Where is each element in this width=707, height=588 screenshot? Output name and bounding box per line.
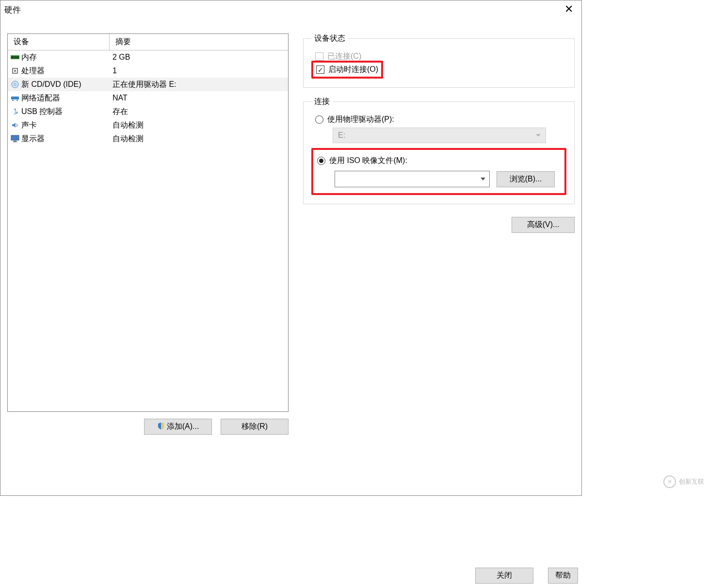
chevron-down-icon[interactable] <box>477 171 489 187</box>
device-row[interactable]: 网络适配器NAT <box>8 91 288 105</box>
shield-icon <box>157 422 165 432</box>
connected-checkbox <box>315 52 323 61</box>
svg-rect-9 <box>11 97 19 99</box>
device-name: 内存 <box>21 52 37 63</box>
physical-drive-radio[interactable] <box>315 115 323 124</box>
iso-radio[interactable] <box>317 157 325 165</box>
svg-rect-3 <box>16 56 16 58</box>
device-name: 新 CD/DVD (IDE) <box>21 80 81 90</box>
connected-checkbox-row: 已连接(C) <box>311 51 566 62</box>
right-column: 设备状态 已连接(C) ✓ 启动时连接(O) 连接 使用物理驱动器(P): <box>303 33 575 490</box>
device-name: 网络适配器 <box>21 93 60 103</box>
device-summary: 2 GB <box>110 53 288 62</box>
help-button[interactable]: 帮助 <box>548 568 578 584</box>
iso-path-combo[interactable] <box>335 171 490 187</box>
usb-icon <box>11 107 19 116</box>
device-list: 设备 摘要 内存2 GB处理器1新 CD/DVD (IDE)正在使用驱动器 E:… <box>7 33 289 412</box>
connected-label: 已连接(C) <box>327 51 361 62</box>
connection-legend: 连接 <box>311 97 333 107</box>
device-list-buttons: 添加(A)... 移除(R) <box>7 419 289 435</box>
memory-icon <box>11 53 19 62</box>
device-summary: 存在 <box>110 107 288 117</box>
connect-at-power-on-checkbox[interactable]: ✓ <box>316 65 324 74</box>
physical-drive-radio-row[interactable]: 使用物理驱动器(P): <box>311 114 566 125</box>
device-status-group: 设备状态 已连接(C) ✓ 启动时连接(O) <box>303 33 575 88</box>
window-title: 硬件 <box>4 4 21 16</box>
left-column: 设备 摘要 内存2 GB处理器1新 CD/DVD (IDE)正在使用驱动器 E:… <box>7 33 289 490</box>
remove-button[interactable]: 移除(R) <box>221 419 289 435</box>
connect-at-power-on-highlight: ✓ 启动时连接(O) <box>311 61 383 79</box>
device-summary: 1 <box>110 66 288 75</box>
watermark-logo-icon: ✕ <box>663 475 676 488</box>
device-row[interactable]: 新 CD/DVD (IDE)正在使用驱动器 E: <box>8 78 288 91</box>
physical-drive-combo: E: <box>333 128 546 143</box>
dialog-button-bar: 关闭 帮助 <box>0 563 582 588</box>
advanced-button-label: 高级(V)... <box>527 220 560 230</box>
device-name: USB 控制器 <box>21 107 63 117</box>
svg-rect-1 <box>12 56 13 58</box>
physical-drive-value: E: <box>338 131 345 140</box>
physical-drive-label: 使用物理驱动器(P): <box>327 114 394 125</box>
connect-at-power-on-label: 启动时连接(O) <box>328 65 378 75</box>
svg-rect-10 <box>12 100 14 101</box>
close-button[interactable]: 关闭 <box>475 568 533 584</box>
svg-rect-4 <box>17 56 18 58</box>
content-area: 设备 摘要 内存2 GB处理器1新 CD/DVD (IDE)正在使用驱动器 E:… <box>0 19 581 495</box>
device-summary: 正在使用驱动器 E: <box>110 80 288 90</box>
device-rows: 内存2 GB处理器1新 CD/DVD (IDE)正在使用驱动器 E:网络适配器N… <box>8 50 288 146</box>
close-window-button[interactable]: ✕ <box>559 0 578 18</box>
connect-at-power-on-row[interactable]: ✓ 启动时连接(O) <box>316 65 378 75</box>
device-summary: 自动检测 <box>110 120 288 131</box>
device-name: 显示器 <box>21 134 45 144</box>
connection-group: 连接 使用物理驱动器(P): E: 使用 ISO 映像文件(M): <box>303 97 575 204</box>
add-button-label: 添加(A)... <box>167 422 199 432</box>
column-header-device[interactable]: 设备 <box>8 34 110 50</box>
iso-input-row: 浏览(B)... <box>335 171 561 187</box>
iso-radio-label: 使用 ISO 映像文件(M): <box>329 156 407 166</box>
watermark: ✕ 创新互联 <box>663 475 704 488</box>
remove-button-label: 移除(R) <box>241 422 268 432</box>
advanced-row: 高级(V)... <box>303 217 575 233</box>
device-summary: NAT <box>110 94 288 102</box>
hardware-settings-window: 硬件 ✕ 设备 摘要 内存2 GB处理器1新 CD/DVD (IDE)正在使用驱… <box>0 0 582 496</box>
svg-rect-12 <box>11 135 19 140</box>
device-row[interactable]: 显示器自动检测 <box>8 132 288 146</box>
advanced-button[interactable]: 高级(V)... <box>512 217 575 233</box>
device-status-legend: 设备状态 <box>311 33 348 44</box>
device-row[interactable]: 声卡自动检测 <box>8 118 288 132</box>
device-row[interactable]: 处理器1 <box>8 64 288 78</box>
svg-rect-11 <box>16 100 18 101</box>
device-row[interactable]: USB 控制器存在 <box>8 105 288 118</box>
browse-button[interactable]: 浏览(B)... <box>497 171 555 187</box>
help-button-label: 帮助 <box>555 571 571 581</box>
svg-rect-14 <box>13 142 17 142</box>
device-name: 处理器 <box>21 66 45 76</box>
browse-button-label: 浏览(B)... <box>510 174 542 184</box>
display-icon <box>11 134 19 143</box>
add-button[interactable]: 添加(A)... <box>144 419 212 435</box>
svg-rect-13 <box>14 141 16 142</box>
titlebar: 硬件 ✕ <box>0 0 581 19</box>
device-name: 声卡 <box>21 120 37 131</box>
svg-rect-2 <box>14 56 15 58</box>
device-row[interactable]: 内存2 GB <box>8 50 288 64</box>
column-header-summary[interactable]: 摘要 <box>110 34 288 50</box>
watermark-text: 创新互联 <box>679 477 704 486</box>
cpu-icon <box>11 66 19 75</box>
device-list-header: 设备 摘要 <box>8 34 288 50</box>
iso-section-highlight: 使用 ISO 映像文件(M): 浏览(B)... <box>311 148 566 195</box>
network-icon <box>11 94 19 102</box>
iso-radio-row[interactable]: 使用 ISO 映像文件(M): <box>317 156 561 166</box>
close-button-label: 关闭 <box>497 571 512 581</box>
device-summary: 自动检测 <box>110 134 288 144</box>
svg-rect-6 <box>14 70 16 72</box>
svg-point-8 <box>14 83 16 85</box>
cd-icon <box>11 80 19 89</box>
sound-icon <box>11 121 19 130</box>
